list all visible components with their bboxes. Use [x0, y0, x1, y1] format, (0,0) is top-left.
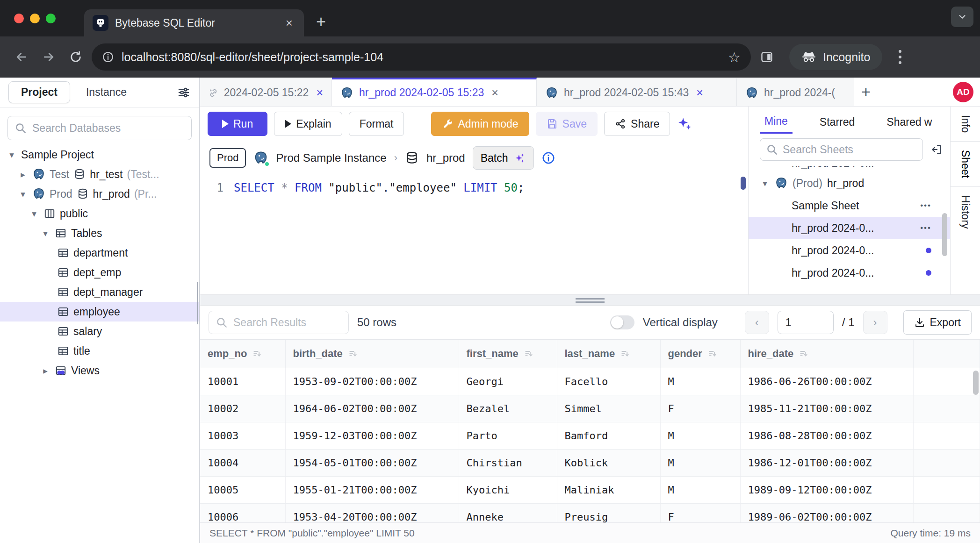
- table-row[interactable]: 100031959-12-03T00:00:00ZPartoBamfordM19…: [200, 422, 980, 449]
- admin-mode-button[interactable]: Admin mode: [431, 112, 529, 136]
- drag-handle-icon[interactable]: [576, 298, 605, 305]
- sheet-item[interactable]: hr_prod 2024-0...: [749, 239, 950, 262]
- tab-info[interactable]: Info: [959, 107, 972, 141]
- instance-status-dot: [264, 161, 270, 167]
- table-row[interactable]: 100021964-06-02T00:00:00ZBezalelSimmelF1…: [200, 395, 980, 422]
- site-info-icon[interactable]: [102, 51, 114, 63]
- sheet-item-selected[interactable]: hr_prod 2024-0... •••: [749, 217, 950, 239]
- caret-down-icon[interactable]: ▾: [18, 189, 28, 200]
- column-header-first-name[interactable]: first_name: [459, 340, 557, 368]
- tab-project[interactable]: Project: [8, 81, 70, 103]
- search-results-input[interactable]: Search Results: [209, 311, 349, 334]
- column-header-last-name[interactable]: last_name: [557, 340, 660, 368]
- instance-name[interactable]: Prod Sample Instance: [276, 151, 386, 164]
- sheet-tab-4[interactable]: hr_prod 2024-(: [737, 78, 854, 106]
- sheet-tab-2-active[interactable]: hr_prod 2024-02-05 15:23 ×: [332, 78, 537, 106]
- format-button[interactable]: Format: [349, 112, 404, 136]
- sheet-tab-3[interactable]: hr_prod 2024-02-05 15:43 ×: [537, 78, 737, 106]
- filter-settings-icon[interactable]: [177, 86, 191, 100]
- table-row[interactable]: 100041954-05-01T00:00:00ZChirstianKoblic…: [200, 449, 980, 476]
- side-panel-icon[interactable]: [756, 46, 778, 68]
- sheet-tab-1[interactable]: 2024-02-05 15:22 ×: [200, 78, 332, 106]
- caret-down-icon[interactable]: ▾: [29, 208, 39, 219]
- tree-item-table-dept-emp[interactable]: dept_emp: [0, 263, 199, 282]
- save-button[interactable]: Save: [536, 112, 598, 136]
- tab-shared[interactable]: Shared w: [882, 109, 937, 133]
- sheet-menu-icon[interactable]: •••: [920, 223, 931, 233]
- tree-item-table-employee[interactable]: employee: [0, 302, 199, 322]
- table-row[interactable]: 100011953-09-02T00:00:00ZGeorgiFacelloM1…: [200, 368, 980, 395]
- forward-icon[interactable]: [37, 46, 60, 68]
- caret-right-icon[interactable]: ▸: [40, 365, 50, 376]
- tree-item-project[interactable]: ▾ Sample Project: [0, 145, 199, 164]
- window-controls[interactable]: [14, 14, 56, 23]
- user-avatar[interactable]: AD: [953, 82, 973, 102]
- caret-down-icon[interactable]: ▾: [760, 178, 770, 189]
- sheet-item-clipped[interactable]: hr_prod 2024-0...: [749, 166, 950, 172]
- tree-item-hr-prod[interactable]: ▾ Prod hr_prod (Pr...: [0, 184, 199, 204]
- maximize-window-button[interactable]: [46, 14, 56, 23]
- tab-history[interactable]: History: [959, 187, 972, 237]
- reload-icon[interactable]: [65, 46, 87, 68]
- database-name[interactable]: hr_prod: [426, 151, 465, 164]
- close-window-button[interactable]: [14, 14, 24, 23]
- table-row[interactable]: 100051955-01-21T00:00:00ZKyoichiMaliniak…: [200, 476, 980, 503]
- collapse-panel-icon[interactable]: [930, 143, 943, 156]
- tree-item-hr-test[interactable]: ▸ Test hr_test (Test...: [0, 164, 199, 184]
- tab-starred[interactable]: Starred: [815, 109, 859, 133]
- next-page-button[interactable]: ›: [863, 311, 887, 334]
- close-sheet-icon[interactable]: ×: [490, 86, 498, 100]
- search-databases-input[interactable]: Search Databases: [7, 116, 192, 140]
- url-address-bar[interactable]: localhost:8080/sql-editor/sheet/project-…: [92, 43, 751, 71]
- table-scrollbar[interactable]: [973, 371, 979, 395]
- close-tab-icon[interactable]: ×: [283, 16, 295, 30]
- tree-item-table-salary[interactable]: salary: [0, 322, 199, 341]
- column-header-birth-date[interactable]: birth_date: [285, 340, 459, 368]
- bookmark-star-icon[interactable]: ☆: [728, 49, 741, 65]
- caret-right-icon[interactable]: ▸: [18, 169, 28, 180]
- page-number-input[interactable]: [778, 311, 834, 334]
- tree-item-tables-group[interactable]: ▾ Tables: [0, 223, 199, 243]
- tab-sheet[interactable]: Sheet: [959, 142, 972, 186]
- tab-mine[interactable]: Mine: [760, 108, 793, 134]
- back-icon[interactable]: [10, 46, 33, 68]
- minimize-window-button[interactable]: [30, 14, 40, 23]
- tree-item-table-department[interactable]: department: [0, 243, 199, 263]
- search-sheets-input[interactable]: Search Sheets: [760, 138, 923, 161]
- tab-instance[interactable]: Instance: [74, 82, 139, 103]
- vertical-display-toggle[interactable]: [610, 315, 634, 329]
- sheet-item[interactable]: hr_prod 2024-0...: [749, 262, 950, 284]
- tree-item-table-title[interactable]: title: [0, 341, 199, 361]
- tab-search-chevron-icon[interactable]: [951, 7, 973, 27]
- sheet-item-sample-sheet[interactable]: Sample Sheet •••: [749, 194, 950, 217]
- browser-menu-icon[interactable]: [891, 50, 909, 64]
- new-sheet-button[interactable]: +: [854, 78, 878, 106]
- batch-button[interactable]: Batch: [473, 146, 534, 170]
- unsaved-dot: [926, 248, 931, 253]
- column-header-gender[interactable]: gender: [660, 340, 740, 368]
- panel-resize-divider[interactable]: [200, 294, 980, 306]
- explain-button[interactable]: Explain: [274, 112, 342, 136]
- caret-down-icon[interactable]: ▾: [7, 150, 17, 160]
- export-button[interactable]: Export: [903, 310, 972, 335]
- sheet-menu-icon[interactable]: •••: [920, 201, 931, 210]
- close-sheet-icon[interactable]: ×: [314, 86, 323, 100]
- column-header-emp-no[interactable]: emp_no: [200, 340, 285, 368]
- ai-sparkle-icon[interactable]: [677, 116, 692, 132]
- tree-item-table-dept-manager[interactable]: dept_manager: [0, 282, 199, 302]
- tree-item-schema-public[interactable]: ▾ public: [0, 204, 199, 223]
- tree-item-views-group[interactable]: ▸ Views: [0, 361, 199, 380]
- share-button[interactable]: Share: [604, 112, 670, 136]
- run-button[interactable]: Run: [208, 112, 267, 136]
- column-header-hire-date[interactable]: hire_date: [740, 340, 913, 368]
- sheet-list-scrollbar[interactable]: [942, 213, 947, 256]
- caret-down-icon[interactable]: ▾: [40, 228, 50, 239]
- table-row[interactable]: 100061953-04-20T00:00:00ZAnnekePreusigF1…: [200, 503, 980, 522]
- prev-page-button[interactable]: ‹: [745, 311, 769, 334]
- browser-tab[interactable]: Bytebase SQL Editor ×: [84, 9, 304, 36]
- close-sheet-icon[interactable]: ×: [694, 86, 703, 100]
- sql-editor[interactable]: 1 SELECT * FROM "public"."employee" LIMI…: [200, 175, 748, 294]
- info-icon[interactable]: [541, 151, 555, 165]
- sheet-group-hr-prod[interactable]: ▾ (Prod) hr_prod: [749, 172, 950, 194]
- new-tab-button[interactable]: +: [316, 12, 326, 32]
